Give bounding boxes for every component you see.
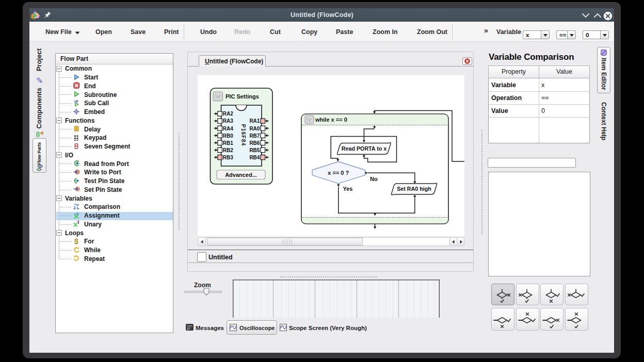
- svg-text:P16F84: P16F84: [240, 124, 247, 146]
- svg-text:S: S: [74, 238, 78, 245]
- svg-text:RA1: RA1: [249, 118, 260, 124]
- svg-text:RB5: RB5: [249, 147, 260, 153]
- svg-text:Read PORTA to x: Read PORTA to x: [342, 145, 387, 152]
- svg-text:RB3: RB3: [223, 155, 233, 160]
- svg-text:RB2: RB2: [223, 147, 233, 153]
- svg-text:RA2: RA2: [223, 111, 233, 117]
- svg-text:RB4: RB4: [249, 155, 260, 160]
- svg-text:RB6: RB6: [249, 140, 260, 146]
- svg-text:No: No: [370, 176, 378, 182]
- svg-text:PIC Settings: PIC Settings: [226, 93, 259, 100]
- svg-text:RA0: RA0: [249, 126, 260, 131]
- svg-text:x == 0 ?: x == 0 ?: [328, 170, 349, 176]
- svg-text:RA4: RA4: [223, 126, 233, 131]
- svg-text:while x == 0: while x == 0: [315, 117, 347, 123]
- svg-text:Set RA0 high: Set RA0 high: [397, 186, 431, 192]
- svg-text:Yes: Yes: [343, 186, 353, 192]
- svg-text:RA3: RA3: [223, 118, 233, 124]
- svg-text:Advanced...: Advanced...: [225, 172, 257, 178]
- svg-text:RB7: RB7: [249, 133, 260, 139]
- svg-text:RB0: RB0: [223, 133, 233, 139]
- svg-text:RB1: RB1: [223, 140, 233, 146]
